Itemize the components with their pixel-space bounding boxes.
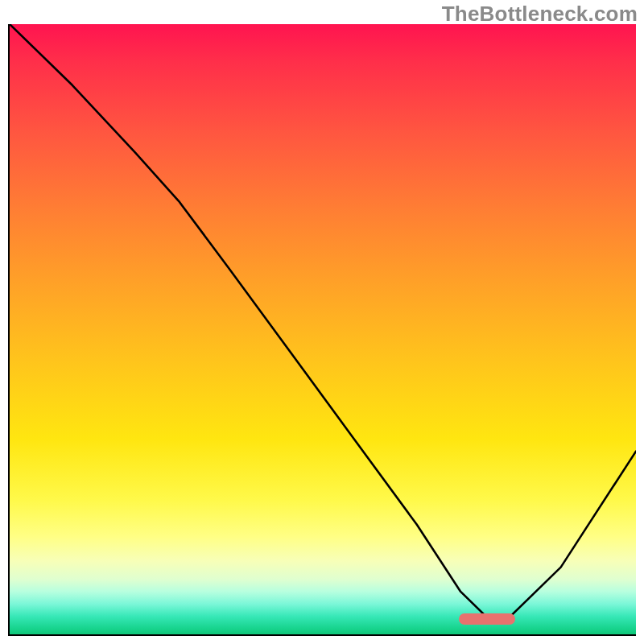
- plot-area: [8, 24, 636, 636]
- watermark-text: TheBottleneck.com: [442, 2, 638, 27]
- chart-frame: TheBottleneck.com: [0, 0, 644, 644]
- line-curve: [10, 24, 636, 634]
- curve-path: [10, 24, 636, 616]
- min-region-marker: [459, 613, 515, 625]
